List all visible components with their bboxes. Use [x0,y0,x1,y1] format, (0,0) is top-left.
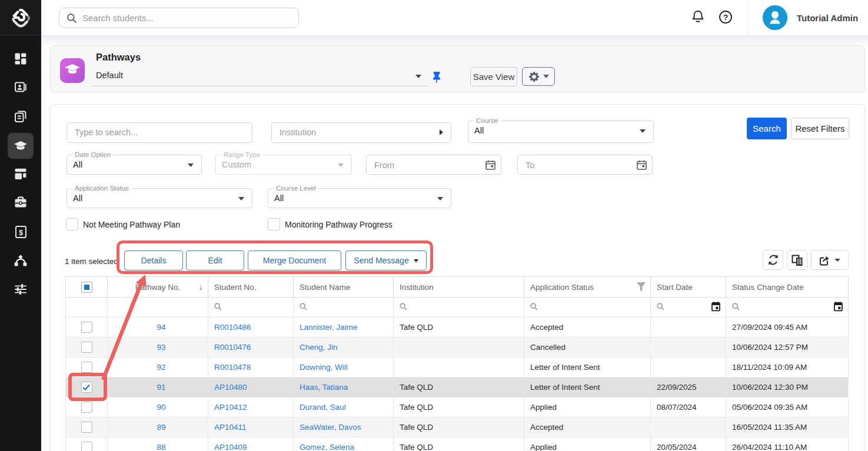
svg-text:?: ? [723,13,728,22]
svg-text:$: $ [19,228,23,236]
